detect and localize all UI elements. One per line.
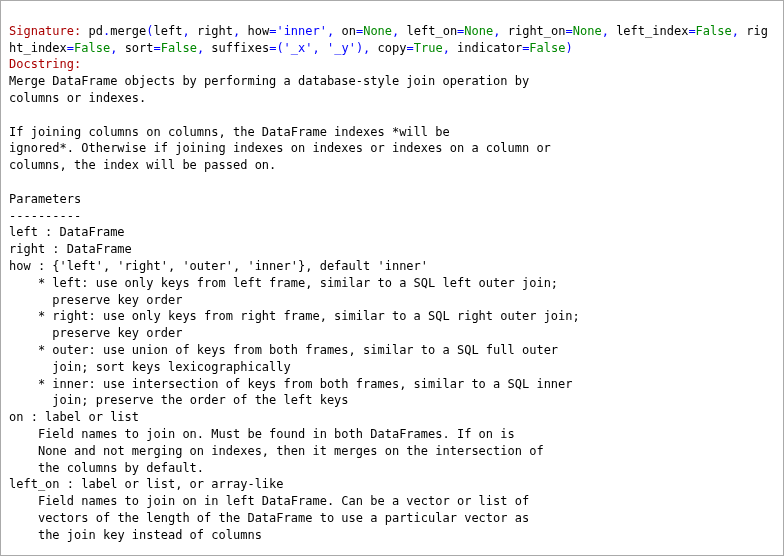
token: False <box>161 41 197 55</box>
token: merge <box>110 24 146 38</box>
token: True <box>414 41 443 55</box>
token: sort <box>125 41 154 55</box>
token: None <box>573 24 602 38</box>
docstring-body: Merge DataFrame objects by performing a … <box>9 74 580 542</box>
token: = <box>67 41 74 55</box>
token: =( <box>269 41 283 55</box>
signature-label: Signature: <box>9 24 88 38</box>
token: ), <box>356 41 370 55</box>
token <box>117 41 124 55</box>
token: , <box>182 24 189 38</box>
token: indicator <box>457 41 522 55</box>
token: left_index <box>616 24 688 38</box>
token: = <box>154 41 161 55</box>
token: on <box>341 24 355 38</box>
token: = <box>688 24 695 38</box>
token <box>450 41 457 55</box>
token: None <box>363 24 392 38</box>
token: ) <box>565 41 572 55</box>
token: , <box>443 41 450 55</box>
token: , <box>732 24 739 38</box>
docstring-label: Docstring: <box>9 57 81 71</box>
token: suffixes <box>211 41 269 55</box>
token <box>500 24 507 38</box>
token: pd <box>88 24 102 38</box>
token: how <box>248 24 270 38</box>
token <box>190 24 197 38</box>
token: '_y' <box>327 41 356 55</box>
token <box>240 24 247 38</box>
token: , <box>313 41 320 55</box>
token: False <box>529 41 565 55</box>
token: False <box>74 41 110 55</box>
token <box>320 41 327 55</box>
token: left <box>154 24 183 38</box>
token <box>399 24 406 38</box>
signature-tokens: pd.merge(left, right, how='inner', on=No… <box>9 24 768 55</box>
token: False <box>696 24 732 38</box>
docstring-cell: ↗Signature: pd.merge(left, right, how='i… <box>0 0 784 556</box>
token <box>370 41 377 55</box>
token: right <box>197 24 233 38</box>
token: ( <box>146 24 153 38</box>
token: 'inner' <box>276 24 327 38</box>
token: = <box>566 24 573 38</box>
token: left_on <box>407 24 458 38</box>
token: , <box>602 24 609 38</box>
token: right_on <box>508 24 566 38</box>
token: = <box>406 41 413 55</box>
token: '_x' <box>284 41 313 55</box>
token: None <box>464 24 493 38</box>
token: copy <box>378 41 407 55</box>
